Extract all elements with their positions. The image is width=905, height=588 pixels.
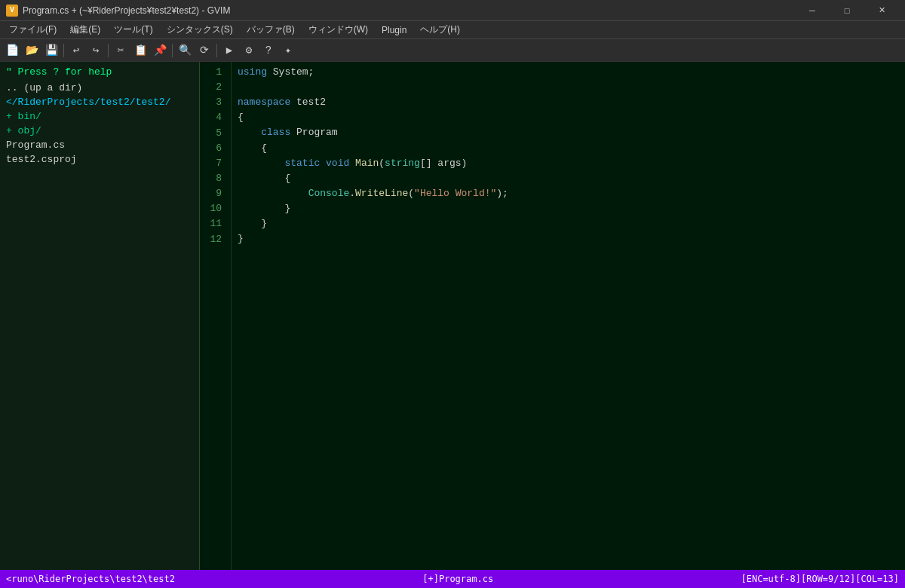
code-line[interactable]: using System; <box>238 65 899 80</box>
line-number: 12 <box>200 232 228 247</box>
sidebar-item[interactable]: + obj/ <box>0 124 199 138</box>
menu-bar: ファイル(F)編集(E)ツール(T)シンタックス(S)バッファ(B)ウィンドウ(… <box>0 21 905 39</box>
line-number: 6 <box>200 141 228 156</box>
open-file-button[interactable]: 📂 <box>23 41 41 60</box>
code-token: } <box>238 203 290 214</box>
save-button[interactable]: 💾 <box>42 41 60 60</box>
code-content[interactable]: using System;namespace test2{ class Prog… <box>232 62 905 570</box>
code-line[interactable]: namespace test2 <box>238 95 899 110</box>
sidebar-help-text: " Press ? for help <box>0 63 199 81</box>
line-number: 3 <box>200 95 228 110</box>
menu-item-s[interactable]: シンタックス(S) <box>161 22 239 38</box>
code-token: System; <box>267 66 314 78</box>
line-number: 7 <box>200 156 228 171</box>
menu-item-f[interactable]: ファイル(F) <box>3 22 63 38</box>
code-token: . <box>349 188 355 199</box>
line-number: 10 <box>200 201 228 216</box>
menu-item-t[interactable]: ツール(T) <box>108 22 158 38</box>
title-text: Program.cs + (~¥RiderProjects¥test2¥test… <box>23 5 230 16</box>
code-token: using <box>238 66 267 78</box>
minimize-button[interactable]: ─ <box>795 0 830 21</box>
menu-item-w[interactable]: ウィンドウ(W) <box>302 22 374 38</box>
toolbar-separator-2 <box>108 44 109 57</box>
line-number: 1 <box>200 65 228 80</box>
code-line[interactable]: { <box>238 141 899 156</box>
code-token: class <box>261 127 290 138</box>
line-number: 4 <box>200 110 228 125</box>
search-button[interactable]: 🔍 <box>176 41 194 60</box>
title-bar: V Program.cs + (~¥RiderProjects¥test2¥te… <box>0 0 905 21</box>
status-right: [ENC=utf-8][ROW=9/12][COL=13] <box>741 574 899 584</box>
code-token: string <box>385 158 420 169</box>
code-token: [] args) <box>420 158 467 169</box>
menu-item-h[interactable]: ヘルプ(H) <box>414 22 466 38</box>
code-token <box>238 158 284 169</box>
line-number: 2 <box>200 80 228 95</box>
code-token <box>238 127 261 138</box>
menu-item-b[interactable]: バッファ(B) <box>241 22 301 38</box>
toolbar-separator-1 <box>63 44 64 57</box>
code-editor[interactable]: 123456789101112 using System;namespace t… <box>200 62 905 570</box>
new-file-button[interactable]: 📄 <box>3 41 21 60</box>
code-token: void <box>326 158 349 169</box>
toolbar-separator-4 <box>216 44 217 57</box>
code-token: { <box>238 112 244 123</box>
code-token: test2 <box>290 96 326 108</box>
settings-button[interactable]: ⚙ <box>240 41 258 60</box>
close-button[interactable]: ✕ <box>864 0 899 21</box>
code-token: Console <box>308 188 350 199</box>
sidebar-item[interactable]: Program.cs <box>0 138 199 152</box>
code-token: ); <box>496 188 508 199</box>
window-controls: ─ □ ✕ <box>795 0 899 21</box>
code-token <box>238 188 308 199</box>
code-token: static <box>284 158 320 169</box>
line-number: 9 <box>200 186 228 201</box>
code-line[interactable]: } <box>238 231 899 247</box>
code-token <box>349 158 355 169</box>
line-number: 8 <box>200 171 228 186</box>
run-button[interactable]: ▶ <box>220 41 238 60</box>
code-token: Main <box>355 158 379 169</box>
main-area: " Press ? for help .. (up a dir)</RiderP… <box>0 62 905 570</box>
cut-button[interactable]: ✂ <box>112 41 130 60</box>
paste-button[interactable]: 📌 <box>151 41 169 60</box>
toolbar-separator-3 <box>172 44 173 57</box>
code-token: Program <box>290 127 337 138</box>
code-token: WriteLine <box>355 188 408 199</box>
code-token: ( <box>379 158 385 169</box>
redo-button[interactable]: ↪ <box>87 41 105 60</box>
code-line[interactable]: { <box>238 171 899 186</box>
code-token: ( <box>408 188 414 199</box>
code-line[interactable]: } <box>238 216 899 231</box>
line-numbers: 123456789101112 <box>200 62 232 570</box>
code-token: { <box>238 173 290 184</box>
code-token: namespace <box>238 96 290 108</box>
code-line[interactable] <box>238 80 899 95</box>
plugin-button[interactable]: ✦ <box>279 41 297 60</box>
menu-item-e[interactable]: 編集(E) <box>64 22 106 38</box>
help-button[interactable]: ? <box>259 41 278 60</box>
copy-button[interactable]: 📋 <box>131 41 149 60</box>
maximize-button[interactable]: □ <box>830 0 864 21</box>
toolbar: 📄 📂 💾 ↩ ↪ ✂ 📋 📌 🔍 ⟳ ▶ ⚙ ? ✦ <box>0 39 905 62</box>
code-line[interactable]: static void Main(string[] args) <box>238 156 899 171</box>
code-line[interactable]: { <box>238 110 899 125</box>
code-token: { <box>238 142 267 154</box>
status-left: <runo\RiderProjects\test2\test2 <box>6 574 175 584</box>
code-area[interactable]: 123456789101112 using System;namespace t… <box>200 62 905 570</box>
file-explorer-sidebar: " Press ? for help .. (up a dir)</RiderP… <box>0 62 200 570</box>
code-line[interactable]: class Program <box>238 125 899 140</box>
code-line[interactable]: } <box>238 201 899 216</box>
sidebar-item[interactable]: </RiderProjects/test2/test2/ <box>0 95 199 109</box>
status-encoding: [ENC=utf-8][ROW=9/12][COL=13] <box>741 574 899 584</box>
sidebar-item[interactable]: .. (up a dir) <box>0 81 199 95</box>
title-bar-left: V Program.cs + (~¥RiderProjects¥test2¥te… <box>6 5 230 17</box>
sidebar-item[interactable]: + bin/ <box>0 109 199 124</box>
code-line[interactable]: Console.WriteLine("Hello World!"); <box>238 186 899 201</box>
code-token: } <box>238 233 244 244</box>
app-icon: V <box>6 5 18 17</box>
undo-button[interactable]: ↩ <box>67 41 85 60</box>
menu-item-plugin[interactable]: Plugin <box>376 22 413 38</box>
replace-button[interactable]: ⟳ <box>195 41 213 60</box>
sidebar-item[interactable]: test2.csproj <box>0 152 199 167</box>
